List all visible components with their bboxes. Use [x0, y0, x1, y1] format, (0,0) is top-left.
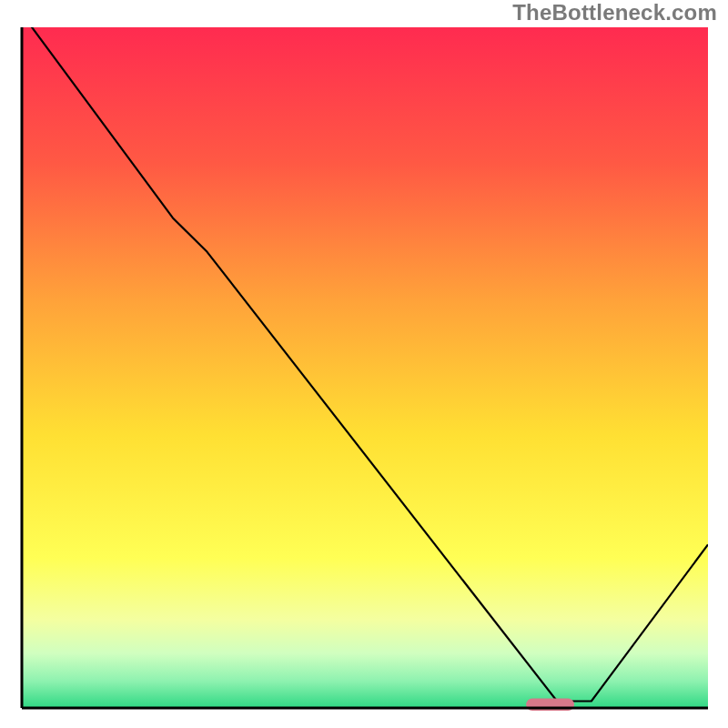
chart-background	[22, 27, 708, 708]
attribution-text: TheBottleneck.com	[512, 0, 717, 25]
bottleneck-chart	[0, 0, 728, 728]
chart-container: TheBottleneck.com	[0, 0, 728, 728]
